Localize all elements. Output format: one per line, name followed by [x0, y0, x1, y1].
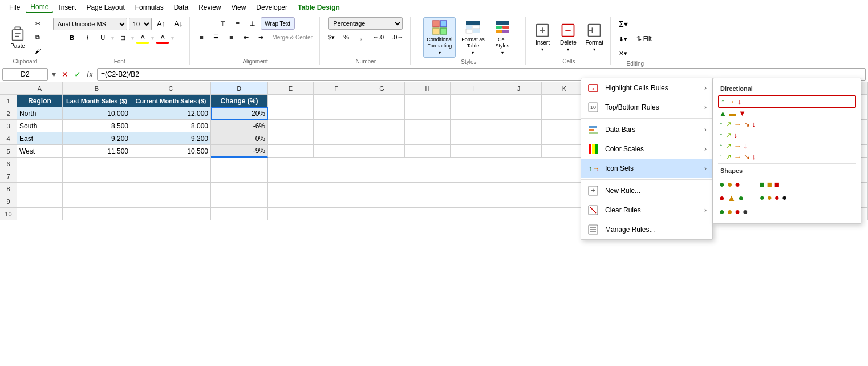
menu-formulas[interactable]: Formulas [131, 2, 168, 13]
currency-button[interactable]: $▾ [325, 31, 338, 43]
cell-c6[interactable] [131, 158, 211, 170]
top-bottom-rules-option[interactable]: 10 Top/Bottom Rules › [581, 98, 712, 117]
align-bottom-button[interactable]: ⊥ [246, 17, 259, 30]
cell-g4[interactable] [359, 132, 405, 145]
menu-file[interactable]: File [5, 2, 25, 13]
menu-insert[interactable]: Insert [54, 2, 80, 13]
manage-rules-option[interactable]: Manage Rules... [581, 220, 712, 239]
cancel-formula-icon[interactable]: ✕ [60, 70, 70, 79]
copy-button[interactable]: ⧉ [31, 31, 44, 43]
decrease-decimal-button[interactable]: ←.0 [369, 31, 387, 43]
cell-b6[interactable] [63, 158, 131, 170]
row-num-9[interactable]: 9 [0, 195, 17, 208]
row-num-6[interactable]: 6 [0, 158, 17, 170]
font-family-select[interactable]: Arial Unicode MS [53, 18, 127, 30]
bold-button[interactable]: B [65, 31, 79, 44]
cell-d9[interactable] [211, 195, 268, 208]
increase-indent-button[interactable]: ⇥ [254, 31, 267, 43]
border-button[interactable]: ⊞ [116, 31, 129, 44]
merge-center-button[interactable]: Merge & Center [269, 31, 316, 43]
cell-a6[interactable] [17, 158, 63, 170]
font-size-select[interactable]: 10 [129, 18, 152, 30]
row-num-8[interactable]: 8 [0, 183, 17, 195]
col-header-i[interactable]: I [451, 82, 496, 95]
cell-styles-button[interactable]: CellStyles ▾ [490, 17, 514, 58]
col-header-b[interactable]: B [63, 82, 131, 95]
shapes-row-3[interactable]: ● ● ● ● [718, 205, 749, 219]
menu-review[interactable]: Review [194, 2, 225, 13]
sum-button[interactable]: Σ▾ [615, 17, 631, 31]
cell-a3[interactable]: South [17, 120, 63, 132]
cell-f5[interactable] [314, 145, 359, 158]
cell-d7[interactable] [211, 170, 268, 183]
col-header-d[interactable]: D [211, 82, 268, 95]
cell-i4[interactable] [451, 132, 496, 145]
cell-e1[interactable] [268, 95, 314, 107]
cell-c1[interactable]: Current Month Sales ($) [131, 95, 211, 107]
format-painter-button[interactable]: 🖌 [31, 45, 44, 57]
align-middle-button[interactable]: ≡ [231, 17, 245, 30]
row-num-3[interactable]: 3 [0, 120, 17, 132]
comma-button[interactable]: , [354, 31, 368, 43]
col-header-a[interactable]: A [17, 82, 63, 95]
col-header-f[interactable]: F [314, 82, 359, 95]
shapes-row-r1[interactable]: ■ ■ ■ [759, 178, 788, 191]
underline-button[interactable]: U [96, 31, 109, 44]
row-num-5[interactable]: 5 [0, 145, 17, 158]
expand-icon[interactable]: ▾ [50, 70, 58, 79]
sort-filter-button[interactable]: ⇅ Filt [633, 32, 655, 45]
col-header-j[interactable]: J [496, 82, 542, 95]
shapes-row-r2[interactable]: ● ● ● ● [759, 191, 788, 204]
number-format-select[interactable]: Percentage [328, 17, 403, 30]
row-num-1[interactable]: 1 [0, 95, 17, 107]
cell-j2[interactable] [496, 107, 542, 120]
wrap-text-button[interactable]: Wrap Text [261, 17, 295, 30]
font-color-button[interactable]: A [156, 31, 169, 44]
cell-b3[interactable]: 8,500 [63, 120, 131, 132]
cut-button[interactable]: ✂ [31, 17, 44, 30]
align-top-button[interactable]: ⊤ [216, 17, 230, 30]
cell-d6[interactable] [211, 158, 268, 170]
cell-i3[interactable] [451, 120, 496, 132]
cell-d5[interactable]: -9% [211, 145, 268, 158]
cell-i2[interactable] [451, 107, 496, 120]
format-button[interactable]: Format ▾ [582, 20, 607, 54]
cell-f4[interactable] [314, 132, 359, 145]
cell-a8[interactable] [17, 183, 63, 195]
cell-g1[interactable] [359, 95, 405, 107]
cell-d8[interactable] [211, 183, 268, 195]
directional-row-5[interactable]: ↑ ↗ → ↓ [718, 140, 856, 151]
cell-d1[interactable]: Change (%) [211, 95, 268, 107]
cell-f2[interactable] [314, 107, 359, 120]
cell-e4[interactable] [268, 132, 314, 145]
cell-a4[interactable]: East [17, 132, 63, 145]
cell-h5[interactable] [405, 145, 451, 158]
cell-c10[interactable] [131, 208, 211, 220]
cell-a9[interactable] [17, 195, 63, 208]
cell-c3[interactable]: 8,000 [131, 120, 211, 132]
cell-reference-box[interactable] [2, 68, 48, 81]
cell-f3[interactable] [314, 120, 359, 132]
cell-b8[interactable] [63, 183, 131, 195]
col-header-h[interactable]: H [405, 82, 451, 95]
col-header-g[interactable]: G [359, 82, 405, 95]
cell-g3[interactable] [359, 120, 405, 132]
cell-j3[interactable] [496, 120, 542, 132]
col-header-e[interactable]: E [268, 82, 314, 95]
cell-c4[interactable]: 9,200 [131, 132, 211, 145]
italic-button[interactable]: I [80, 31, 94, 44]
cell-c9[interactable] [131, 195, 211, 208]
directional-row-4[interactable]: ↑ ↗ ↓ [718, 130, 856, 140]
cell-j4[interactable] [496, 132, 542, 145]
cell-b9[interactable] [63, 195, 131, 208]
highlight-cells-rules-option[interactable]: < Highlight Cells Rules › [581, 78, 712, 98]
menu-view[interactable]: View [227, 2, 251, 13]
cell-h1[interactable] [405, 95, 451, 107]
cell-e5[interactable] [268, 145, 314, 158]
shapes-row-1[interactable]: ● ● ● [718, 178, 749, 191]
conditional-formatting-button[interactable]: ConditionalFormatting ▾ [423, 17, 456, 58]
cell-j5[interactable] [496, 145, 542, 158]
new-rule-option[interactable]: + New Rule... [581, 181, 712, 200]
cell-i5[interactable] [451, 145, 496, 158]
align-center-button[interactable]: ☰ [209, 31, 223, 43]
